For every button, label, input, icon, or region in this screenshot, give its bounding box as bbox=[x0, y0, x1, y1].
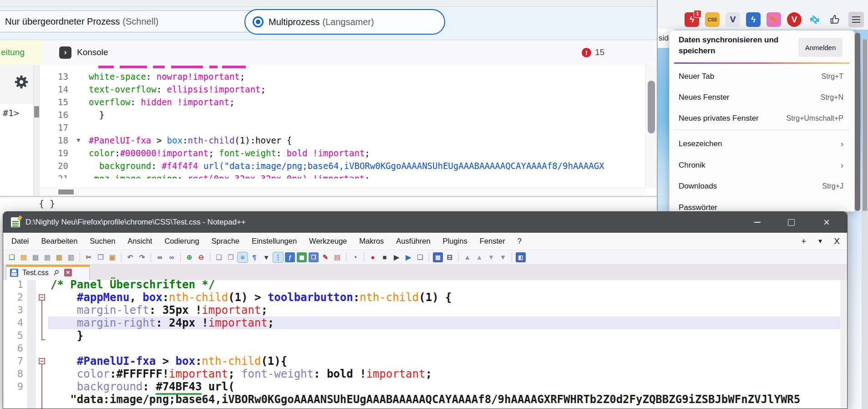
fold-arrow-icon[interactable]: ▼ bbox=[68, 134, 89, 147]
restore-zoom-icon[interactable]: ❑ bbox=[214, 252, 224, 262]
code-line[interactable]: 8 color:#FFFFFF!important; font-weight: … bbox=[3, 368, 847, 380]
tab-close-icon[interactable]: ✕ bbox=[64, 269, 72, 276]
menu-item-neues-privates-fenster[interactable]: Neues privates FensterStrg+Umschalt+P bbox=[670, 108, 854, 129]
file-monitor-icon[interactable]: ▦ bbox=[297, 252, 307, 262]
undo-icon[interactable]: ↶ bbox=[125, 252, 135, 262]
editor-scrollbar[interactable] bbox=[840, 280, 847, 409]
npp-menu-suchen[interactable]: Suchen bbox=[90, 237, 115, 245]
code-line[interactable]: 3 margin-left: 35px !important; bbox=[3, 304, 847, 317]
parent-process-pill[interactable]: Nur übergeordneter Prozess (Schnell) bbox=[0, 10, 266, 32]
zoom-out-icon[interactable]: ⊖ bbox=[196, 252, 206, 262]
collapse-all-icon[interactable]: ▲ bbox=[462, 252, 472, 262]
save-icon[interactable]: ▦ bbox=[30, 252, 41, 262]
vivaldi-style-extension-icon[interactable]: V bbox=[787, 12, 802, 27]
npp-menu-bearbeiten[interactable]: Bearbeiten bbox=[41, 237, 78, 245]
npp-menu-einstellungen[interactable]: Einstellungen bbox=[252, 237, 297, 245]
notepadpp-editor[interactable]: 1/* Panel Überschriften */2 #appMenu, bo… bbox=[3, 280, 847, 409]
fullscreen-icon[interactable]: ❒ bbox=[226, 252, 236, 262]
indent-guide-icon[interactable]: ⋮ bbox=[273, 252, 283, 262]
npp-dropdown-button[interactable]: ▼ bbox=[817, 238, 823, 245]
multiprocess-pill[interactable]: Multiprozess (Langsamer) bbox=[244, 9, 445, 35]
code-line[interactable]: 14text-overflow: ellipsis!important; bbox=[40, 83, 645, 96]
monitor-clock-icon[interactable]: ◧ bbox=[516, 252, 526, 262]
menu-item-downloads[interactable]: DownloadsStrg+J bbox=[670, 176, 854, 197]
npp-menu-werkzeuge[interactable]: Werkzeuge bbox=[309, 237, 347, 245]
result-window-icon[interactable]: ▥ bbox=[433, 252, 443, 262]
code-line[interactable]: 2 #appMenu, box:nth-child(1) > toolbarbu… bbox=[3, 291, 847, 304]
menu-item-lesezeichen[interactable]: Lesezeichen› bbox=[670, 133, 854, 154]
code-line[interactable]: "data:image/png;base64,iVBORw0KGgoAAAANS… bbox=[3, 393, 847, 406]
palette-editor-extension-icon[interactable]: ✎ bbox=[766, 12, 781, 27]
zoom-in-icon[interactable]: ⊕ bbox=[184, 252, 194, 262]
code-line[interactable]: 15overflow: hidden !important; bbox=[40, 96, 645, 108]
word-wrap-icon[interactable]: ≡ bbox=[238, 252, 248, 262]
minimize-button[interactable] bbox=[743, 212, 772, 233]
npp-menu-datei[interactable]: Datei bbox=[11, 237, 29, 245]
tab-style-editor[interactable]: eitung bbox=[0, 40, 43, 65]
grid-minus-icon[interactable]: ⊟ bbox=[445, 252, 455, 262]
npp-menu-codierung[interactable]: Codierung bbox=[164, 237, 199, 245]
error-count-button[interactable]: ! 15 bbox=[582, 40, 604, 65]
thumbs-up-extension-icon[interactable] bbox=[828, 12, 843, 27]
replace-icon[interactable]: ∞ bbox=[167, 252, 177, 262]
hamburger-menu-button[interactable] bbox=[848, 12, 864, 27]
npp-plus-button[interactable]: + bbox=[801, 236, 806, 246]
source-vertical-scrollbar-thumb[interactable] bbox=[648, 81, 655, 133]
code-line[interactable]: 5 } bbox=[3, 329, 847, 342]
popup-scrollbar-thumb[interactable] bbox=[855, 33, 860, 211]
notepadpp-titlebar[interactable]: D:\Nightly Neu\Firefox\profile\chrome\CS… bbox=[3, 212, 847, 233]
fold-collapse-icon[interactable] bbox=[39, 358, 45, 364]
code-line[interactable]: 13white-space: nowrap!important; bbox=[40, 70, 645, 83]
menu-item-neues-fenster[interactable]: Neues FensterStrg+N bbox=[670, 87, 854, 108]
browser-scrollbar-thumb[interactable] bbox=[863, 40, 867, 211]
code-line[interactable]: 6 bbox=[3, 342, 847, 355]
edit-quill-icon[interactable]: ✎ bbox=[320, 252, 330, 262]
doc-monitor-icon[interactable]: ◔ bbox=[350, 252, 360, 262]
source-horizontal-scrollbar[interactable] bbox=[40, 188, 645, 196]
uncollapse-icon[interactable]: ▲ bbox=[474, 252, 484, 262]
open-file-icon[interactable]: ▤ bbox=[19, 252, 29, 262]
npp-menu-ausfhren[interactable]: Ausführen bbox=[396, 237, 430, 245]
print-icon[interactable]: ▥ bbox=[66, 252, 76, 262]
code-line[interactable]: 7 #PanelUI-fxa > box:nth-child(1){ bbox=[3, 355, 847, 368]
new-file-icon[interactable]: ❏ bbox=[7, 252, 17, 262]
menu-item-neuer-tab[interactable]: Neuer TabStrg+T bbox=[670, 66, 854, 87]
npp-close-doc-button[interactable]: X bbox=[834, 236, 840, 246]
source-horizontal-scrollbar-thumb[interactable] bbox=[58, 189, 74, 194]
npp-menu-plugins[interactable]: Plugins bbox=[443, 237, 467, 245]
stylesheet-list-item[interactable]: #1> bbox=[0, 104, 33, 130]
doc-map-icon[interactable]: ❐ bbox=[309, 252, 319, 262]
stylesheet-list-item[interactable] bbox=[0, 130, 33, 170]
menu-item-chronik[interactable]: Chronik› bbox=[670, 155, 854, 176]
css-extension-icon[interactable]: CSS bbox=[705, 12, 720, 27]
copy-icon[interactable]: ❐ bbox=[96, 252, 106, 262]
code-line[interactable]: 4 margin-right: 24px !important; bbox=[3, 317, 847, 329]
code-line[interactable]: 16 } bbox=[40, 108, 645, 121]
menu-item-passwörter[interactable]: Passwörter bbox=[670, 197, 854, 212]
blocker-extension-icon[interactable]: ϟ1 bbox=[685, 12, 699, 27]
lightning-extension-icon[interactable]: ϟ bbox=[746, 12, 761, 27]
save-as-icon[interactable]: ▦ bbox=[42, 252, 52, 262]
styleeditor-source[interactable]: 13white-space: nowrap!important;14text-o… bbox=[40, 65, 645, 196]
paste-icon[interactable]: ▣ bbox=[107, 252, 117, 262]
v-letter-extension-icon[interactable]: V bbox=[726, 12, 740, 27]
code-line[interactable]: 21-moz-image-region: rect(0px 32px 32px … bbox=[40, 172, 645, 179]
cut-icon[interactable]: ✂ bbox=[84, 252, 94, 262]
macro-stop-icon[interactable]: ■ bbox=[380, 252, 390, 262]
sign-in-button[interactable]: Anmelden bbox=[798, 38, 843, 57]
code-line[interactable]: 9 background: #74BF43 url( bbox=[3, 380, 847, 393]
code-line[interactable]: 17 bbox=[40, 121, 645, 134]
fold-current-icon[interactable]: ▼ bbox=[486, 252, 496, 262]
npp-menu-makros[interactable]: Makros bbox=[359, 237, 384, 245]
pin-icon[interactable] bbox=[53, 269, 60, 276]
save-all-icon[interactable]: ▦ bbox=[54, 252, 64, 262]
tab-test-css[interactable]: Test.css ✕ bbox=[6, 265, 90, 280]
sidebar-scrollbar-thumb[interactable] bbox=[34, 106, 39, 118]
close-button[interactable]: × bbox=[812, 212, 841, 233]
code-line[interactable]: 19color:#000000!important; font-weight: … bbox=[40, 147, 645, 159]
gear-icon[interactable] bbox=[14, 74, 29, 90]
macro-save-icon[interactable]: ❏ bbox=[415, 252, 425, 262]
function-list-icon[interactable]: ƒ bbox=[285, 252, 295, 262]
code-line[interactable]: 1/* Panel Überschriften */ bbox=[3, 278, 847, 291]
npp-menu-ansicht[interactable]: Ansicht bbox=[127, 237, 152, 245]
